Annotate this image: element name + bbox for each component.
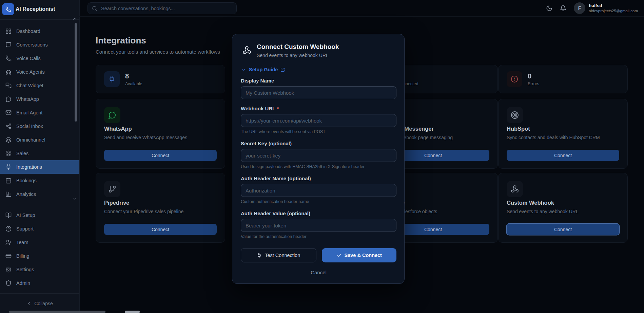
grid-icon — [5, 28, 12, 34]
test-connection-button[interactable]: Test Connection — [241, 248, 316, 262]
sidebar-item-label: Team — [16, 240, 28, 245]
sidebar-item-conversations[interactable]: Conversations — [0, 38, 79, 52]
auth-header-value-input[interactable] — [241, 219, 396, 232]
integration-title: Pipedrive — [104, 200, 129, 206]
integration-icon-box — [104, 181, 120, 197]
sidebar-item-sales[interactable]: Sales — [0, 147, 79, 160]
field-helper: Custom authentication header name — [241, 199, 396, 204]
sidebar-item-support[interactable]: Support — [0, 222, 79, 236]
user-meta: fsdfsd aidevprojects25@gmail.com — [589, 3, 638, 14]
sidebar-item-label: Omnichannel — [16, 137, 45, 143]
search-icon — [92, 6, 97, 11]
bar-chart-icon — [5, 191, 12, 197]
cancel-button[interactable]: Cancel — [241, 270, 396, 275]
display-name-input[interactable] — [241, 86, 396, 99]
search-input[interactable] — [100, 5, 232, 12]
sidebar-item-admin[interactable]: Admin — [0, 276, 79, 290]
phone-icon — [5, 6, 11, 12]
scroll-up-icon[interactable] — [72, 16, 77, 23]
sidebar-item-billing[interactable]: Billing — [0, 249, 79, 263]
check-icon — [336, 253, 341, 258]
field-webhook-url: Webhook URL *The URL where events will b… — [241, 106, 396, 134]
sidebar-item-integrations[interactable]: Integrations — [0, 160, 79, 174]
sidebar-item-email-agent[interactable]: Email Agent — [0, 106, 79, 119]
integration-title: Custom Webhook — [507, 200, 554, 206]
page-subtitle: Connect your tools and services to autom… — [96, 49, 220, 55]
sidebar-item-whatsapp[interactable]: WhatsApp — [0, 92, 79, 106]
connect-button[interactable]: Connect — [507, 150, 619, 161]
stat-card-available: 8Available — [96, 65, 225, 93]
field-label: Webhook URL * — [241, 106, 396, 111]
save-connect-button[interactable]: Save & Connect — [322, 248, 397, 262]
field-label: Auth Header Name (optional) — [241, 176, 396, 181]
sidebar-item-label: AI Setup — [16, 213, 35, 218]
horizontal-scrollbar-thumb-2[interactable] — [125, 311, 140, 313]
auth-header-name-input[interactable] — [241, 184, 396, 197]
sidebar-nav-secondary: AI SetupSupportTeamBillingSettingsAdmin — [0, 208, 79, 290]
help-circle-icon — [5, 226, 12, 232]
sidebar-item-analytics[interactable]: Analytics — [0, 187, 79, 201]
sidebar-item-dashboard[interactable]: Dashboard — [0, 24, 79, 38]
sidebar-item-social-inbox[interactable]: Social Inbox — [0, 119, 79, 133]
sidebar-item-label: Conversations — [16, 42, 48, 48]
required-asterisk: * — [277, 106, 279, 111]
sidebar-item-label: WhatsApp — [16, 96, 39, 102]
sidebar-item-settings[interactable]: Settings — [0, 263, 79, 276]
sidebar-item-bookings[interactable]: Bookings — [0, 174, 79, 187]
sidebar-item-label: Bookings — [16, 178, 37, 183]
git-branch-icon — [108, 185, 116, 193]
secret-key-input[interactable] — [241, 149, 396, 162]
sidebar-item-omnichannel[interactable]: Omnichannel — [0, 133, 79, 147]
external-link-icon — [280, 68, 285, 72]
horizontal-scrollbar-thumb[interactable] — [9, 311, 105, 313]
sidebar-item-label: Dashboard — [16, 29, 40, 34]
connect-button[interactable]: Connect — [104, 224, 217, 235]
chevron-up-icon — [72, 16, 77, 21]
target-icon — [5, 150, 12, 156]
field-label: Secret Key (optional) — [241, 141, 396, 146]
fields: Display NameWebhook URL *The URL where e… — [241, 78, 396, 239]
stat-label: Available — [125, 81, 142, 86]
sidebar-item-voice-calls[interactable]: Voice Calls — [0, 52, 79, 65]
integration-card-whatsapp: WhatsAppSend and receive WhatsApp messag… — [96, 99, 225, 169]
sidebar-item-chat-widget[interactable]: Chat Widget — [0, 79, 79, 92]
webhook-icon — [511, 185, 519, 193]
field-auth-header-value: Auth Header Value (optional)Value for th… — [241, 210, 396, 239]
user-menu[interactable]: F fsdfsd aidevprojects25@gmail.com — [574, 2, 638, 14]
integration-icon-box — [507, 181, 523, 197]
chevron-down-icon — [72, 196, 77, 201]
sidebar-item-ai-setup[interactable]: AI Setup — [0, 208, 79, 222]
sidebar-item-team[interactable]: Team — [0, 236, 79, 249]
moon-icon[interactable] — [546, 5, 552, 12]
connect-button[interactable]: Connect — [507, 224, 619, 235]
headphones-icon — [5, 69, 12, 75]
field-label: Auth Header Value (optional) — [241, 210, 396, 216]
field-auth-header-name: Auth Header Name (optional)Custom authen… — [241, 176, 396, 204]
connect-button[interactable]: Connect — [104, 150, 217, 161]
app-title: AI Receptionist — [16, 6, 55, 12]
scroll-down-icon[interactable] — [72, 196, 77, 203]
message-square-icon — [5, 42, 12, 48]
integration-description: Connect your Pipedrive sales pipeline — [104, 209, 183, 214]
field-secret-key: Secret Key (optional)Used to sign payloa… — [241, 141, 396, 169]
layers-icon — [5, 137, 12, 143]
stat-value: 8 — [125, 72, 142, 80]
sidebar-item-voice-agents[interactable]: Voice Agents — [0, 65, 79, 79]
avatar[interactable]: F — [574, 2, 585, 14]
plug-icon — [5, 164, 12, 170]
sidebar-scrollbar-thumb[interactable] — [75, 23, 77, 122]
field-label: Display Name — [241, 78, 396, 84]
stat-icon-box — [104, 71, 120, 87]
collapse-button[interactable]: Collapse — [0, 297, 79, 310]
sidebar-item-label: Voice Agents — [16, 69, 45, 75]
bell-icon[interactable] — [560, 5, 566, 12]
search-bar[interactable] — [87, 2, 237, 14]
sidebar-item-label: Admin — [16, 280, 30, 286]
sidebar-item-label: Voice Calls — [16, 56, 41, 61]
user-name: fsdfsd — [589, 3, 638, 8]
setup-guide-link[interactable]: Setup Guide — [241, 67, 285, 72]
integration-description: Send and receive WhatsApp messages — [104, 135, 187, 140]
sidebar-nav-primary: DashboardConversationsVoice CallsVoice A… — [0, 24, 79, 201]
webhook-icon — [242, 46, 251, 56]
webhook-url-input[interactable] — [241, 114, 396, 127]
